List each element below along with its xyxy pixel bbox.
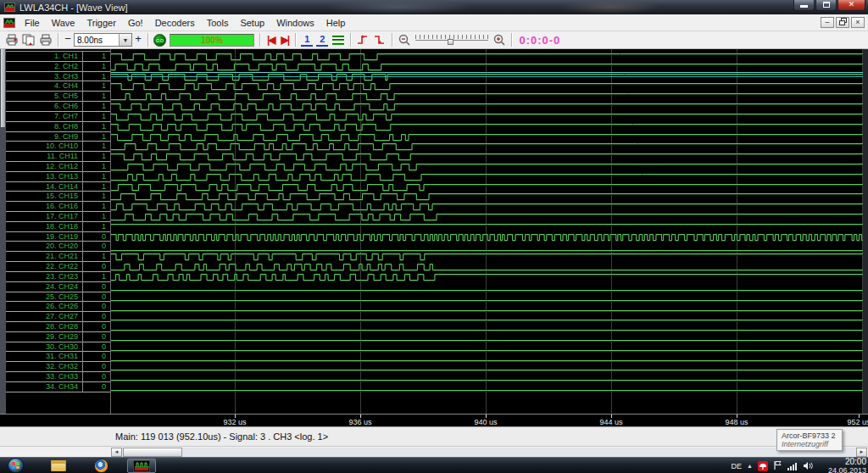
minimize-button[interactable] <box>793 0 815 11</box>
channel-label[interactable]: 7. CH7 <box>6 112 82 122</box>
action-center-icon[interactable] <box>773 459 782 473</box>
menu-windows[interactable]: Windows <box>270 16 320 30</box>
channel-list-icon[interactable] <box>332 35 344 46</box>
right-scroll-strip[interactable] <box>863 49 868 414</box>
timebase-combo[interactable]: 8.00ns ▼ <box>74 33 132 47</box>
waveform-canvas[interactable] <box>111 49 863 414</box>
goto-start-button[interactable]: |◀ <box>264 33 278 47</box>
channel-label[interactable]: 17. CH17 <box>6 212 82 222</box>
print-icon[interactable] <box>38 33 53 47</box>
channel-label[interactable]: 19. CH19 <box>6 232 82 242</box>
channel-label[interactable]: 4. CH4 <box>6 81 82 92</box>
go-button[interactable]: GO <box>153 34 166 47</box>
channel-label[interactable]: 23. CH23 <box>6 272 82 282</box>
channel-label[interactable]: 8. CH8 <box>6 122 82 132</box>
hidden-icons-caret[interactable]: ▲ <box>747 463 753 469</box>
child-minimize-button[interactable]: – <box>821 17 834 28</box>
horizontal-scrollbar-track[interactable] <box>111 448 867 457</box>
channel-label[interactable]: 13. CH13 <box>6 172 82 182</box>
channel-label[interactable]: 6. CH6 <box>6 102 82 112</box>
maximize-button[interactable] <box>815 0 837 11</box>
channel-value: 0 <box>83 282 110 292</box>
scroll-right-button[interactable]: ► <box>856 448 867 457</box>
channel-label[interactable]: 32. CH32 <box>6 362 82 372</box>
channel-value: 1 <box>83 72 110 82</box>
print-setup-icon[interactable] <box>4 33 19 47</box>
channel-label[interactable]: 24. CH24 <box>6 282 82 292</box>
taskbar-clock[interactable]: 20:00 24.06.2013 <box>822 458 866 473</box>
language-indicator[interactable]: DE <box>732 462 743 470</box>
taskbar-explorer-button[interactable] <box>47 459 70 473</box>
cursor1-button[interactable]: 1 <box>301 34 313 47</box>
scroll-left-button[interactable]: ◄ <box>111 448 122 457</box>
channel-label[interactable]: 16. CH16 <box>6 202 82 212</box>
window-title: LWLA34CH - [Wave View] <box>19 3 128 13</box>
avira-tray-icon[interactable] <box>758 461 768 471</box>
chevron-down-icon[interactable]: ▼ <box>119 34 131 46</box>
channel-label[interactable]: 1. CH1 <box>6 52 82 62</box>
menu-setup[interactable]: Setup <box>234 16 270 30</box>
close-button[interactable]: ✕ <box>837 0 865 11</box>
folder-icon <box>51 460 66 471</box>
zoom-slider-thumb[interactable] <box>448 39 453 45</box>
volume-icon[interactable] <box>803 459 814 473</box>
zoom-out-icon[interactable] <box>397 33 412 47</box>
menu-trigger[interactable]: Trigger <box>81 16 121 30</box>
goto-end-button[interactable]: ▶| <box>278 33 292 47</box>
horizontal-scrollbar[interactable]: ◄ ► <box>0 446 868 457</box>
vertical-scrollbar-thumb[interactable] <box>1 49 5 127</box>
zoom-in-icon[interactable] <box>492 33 507 47</box>
channel-label[interactable]: 28. CH28 <box>6 322 82 332</box>
start-button[interactable] <box>8 458 24 473</box>
channel-label[interactable]: 33. CH33 <box>6 372 82 382</box>
trigger-rising-edge-icon[interactable] <box>355 33 370 47</box>
menu-help[interactable]: Help <box>320 16 352 30</box>
vertical-scrollbar[interactable] <box>0 49 6 414</box>
channel-label[interactable]: 15. CH15 <box>6 192 82 202</box>
channel-label[interactable]: 2. CH2 <box>6 62 82 72</box>
channel-value: 1 <box>83 192 110 202</box>
taskbar-firefox-button[interactable] <box>90 459 112 473</box>
channel-label[interactable]: 18. CH18 <box>6 222 82 232</box>
channel-label[interactable]: 31. CH31 <box>6 352 82 362</box>
toolbar: − 8.00ns ▼ + GO 100% |◀ ▶| 1 2 <box>0 31 868 49</box>
channel-value: 0 <box>83 332 110 342</box>
channel-label[interactable]: 26. CH26 <box>6 302 82 312</box>
menu-go[interactable]: Go! <box>122 16 149 30</box>
channel-value: 1 <box>83 162 110 172</box>
timebase-increase-button[interactable]: + <box>132 33 144 47</box>
channel-label[interactable]: 29. CH29 <box>6 332 82 342</box>
timebase-decrease-button[interactable]: − <box>62 33 74 47</box>
channel-label[interactable]: 25. CH25 <box>6 292 82 303</box>
channel-value: 1 <box>83 152 110 162</box>
channel-label[interactable]: 3. CH3 <box>6 72 82 82</box>
menu-items: FileWaveTriggerGo!DecodersToolsSetupWind… <box>19 18 351 28</box>
channel-label[interactable]: 21. CH21 <box>6 252 82 262</box>
trigger-falling-edge-icon[interactable] <box>372 33 387 47</box>
network-icon[interactable] <box>787 459 798 473</box>
channel-label[interactable]: 14. CH14 <box>6 182 82 192</box>
cursor2-button[interactable]: 2 <box>316 34 328 47</box>
taskbar-logic-analyzer-button[interactable] <box>127 459 156 473</box>
menu-tools[interactable]: Tools <box>201 16 235 30</box>
channel-label[interactable]: 12. CH12 <box>6 162 82 172</box>
horizontal-scrollbar-thumb[interactable] <box>123 448 182 457</box>
channel-label[interactable]: 11. CH11 <box>6 152 82 162</box>
channel-label[interactable]: 22. CH22 <box>6 262 82 272</box>
channel-label[interactable]: 10. CH10 <box>6 142 82 152</box>
waveform-area[interactable] <box>110 49 863 414</box>
channel-label[interactable]: 5. CH5 <box>6 92 82 102</box>
child-close-button[interactable]: × <box>851 17 865 28</box>
child-window-icon[interactable] <box>3 18 15 28</box>
copy-wave-icon[interactable] <box>21 33 36 47</box>
channel-label[interactable]: 34. CH34 <box>6 382 82 392</box>
channel-label[interactable]: 27. CH27 <box>6 312 82 322</box>
menu-decoders[interactable]: Decoders <box>149 16 201 30</box>
channel-label[interactable]: 30. CH30 <box>6 342 82 353</box>
menu-wave[interactable]: Wave <box>46 16 81 30</box>
menu-file[interactable]: File <box>19 16 46 30</box>
child-restore-button[interactable] <box>836 17 849 28</box>
zoom-slider[interactable] <box>415 34 488 46</box>
channel-label[interactable]: 9. CH9 <box>6 132 82 142</box>
channel-label[interactable]: 20. CH20 <box>6 242 82 252</box>
